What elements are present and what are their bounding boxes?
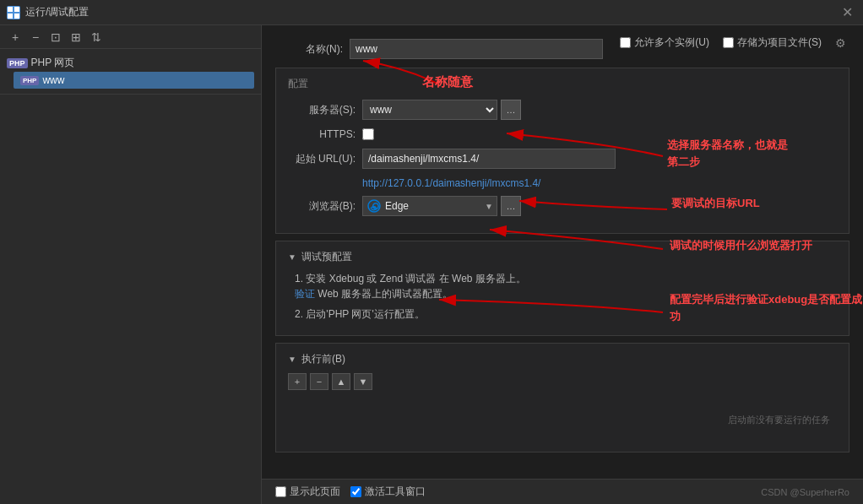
debug-section: ▼ 调试预配置 1. 安装 Xdebug 或 Zend 调试器 在 Web 服务… (275, 241, 849, 336)
start-url-row: 起始 URL(U): (288, 149, 837, 169)
browser-select-display[interactable]: Edge ▼ (362, 196, 497, 216)
title-bar: 运行/调试配置 ✕ (0, 0, 863, 25)
browser-select-value: Edge (385, 200, 481, 212)
debug-section-label: 调试预配置 (301, 250, 352, 264)
app-icon (7, 6, 20, 19)
exec-empty-text: 启动前没有要运行的任务 (288, 397, 837, 443)
name-label: 名称(N): (275, 42, 343, 57)
save-to-file-label: 存储为项目文件(S) (737, 35, 822, 50)
resolved-url-link[interactable]: http://127.0.0.1/daimashenji/lmxcms1.4/ (362, 177, 837, 189)
exec-remove-button[interactable]: − (310, 373, 328, 390)
edge-browser-icon (366, 198, 382, 214)
browser-select-group: Edge ▼ … (362, 196, 521, 216)
main-layout: + − ⊡ ⊞ ⇅ PHP PHP 网页 PHP www 允许多个实例(U) (0, 25, 863, 504)
exec-triangle-icon: ▼ (288, 355, 296, 364)
activate-tool-checkbox[interactable] (350, 486, 361, 497)
right-panel: 允许多个实例(U) 存储为项目文件(S) ⚙ 名称(N): 配置 服务器(S):… (262, 25, 863, 504)
bottom-bar: 显示此页面 激活工具窗口 CSDN @SuperherRo (262, 479, 863, 504)
triangle-icon: ▼ (288, 252, 296, 262)
https-checkbox[interactable] (362, 128, 374, 140)
remove-config-button[interactable]: − (27, 29, 44, 46)
show-page-checkbox[interactable] (275, 486, 286, 497)
title-bar-left: 运行/调试配置 (7, 5, 89, 19)
https-label: HTTPS: (288, 128, 356, 140)
svg-rect-3 (14, 14, 19, 19)
debug-step1-suffix: Web 服务器上的调试器配置。 (315, 288, 453, 300)
config-item-php-icon: PHP (20, 76, 39, 85)
server-row: 服务器(S): www … (288, 100, 837, 120)
debug-section-header: ▼ 调试预配置 (288, 250, 837, 264)
exec-section-label: 执行前(B) (301, 352, 345, 366)
debug-step1-text: 1. 安装 Xdebug 或 Zend 调试器 在 Web 服务器上。 (295, 273, 526, 285)
config-section-header: 配置 (288, 77, 837, 91)
exec-up-button[interactable]: ▲ (332, 373, 350, 390)
gear-icon[interactable]: ⚙ (835, 36, 846, 50)
config-item-www[interactable]: PHP www (14, 72, 254, 89)
browser-dropdown-arrow: ▼ (481, 202, 497, 211)
sidebar-toolbar: + − ⊡ ⊞ ⇅ (0, 25, 261, 49)
server-browse-button[interactable]: … (501, 100, 521, 120)
browser-browse-button[interactable]: … (501, 196, 521, 216)
svg-rect-2 (8, 14, 13, 19)
allow-multiple-row: 允许多个实例(U) (620, 35, 709, 50)
sidebar-section-label: PHP 网页 (31, 56, 75, 70)
debug-step2: 2. 启动'PHP 网页'运行配置。 (295, 306, 837, 322)
exec-down-button[interactable]: ▼ (354, 373, 372, 390)
https-row: HTTPS: (288, 128, 837, 140)
config-item-label: www (42, 74, 64, 86)
browser-label: 浏览器(B): (288, 199, 356, 214)
sidebar-php-section: PHP PHP 网页 PHP www (0, 49, 261, 95)
dialog-title: 运行/调试配置 (25, 5, 89, 19)
bottom-bar-options: 显示此页面 激活工具窗口 (275, 485, 426, 499)
move-config-button[interactable]: ⊞ (68, 29, 84, 46)
show-page-label: 显示此页面 (290, 485, 340, 499)
credit-text: CSDN @SuperherRo (761, 487, 849, 497)
php-icon: PHP (7, 58, 28, 68)
allow-multiple-label: 允许多个实例(U) (634, 35, 709, 50)
debug-step1: 1. 安装 Xdebug 或 Zend 调试器 在 Web 服务器上。 验证 W… (295, 271, 837, 301)
exec-section-header: ▼ 执行前(B) (288, 352, 837, 366)
sidebar-section-header: PHP PHP 网页 (7, 54, 254, 72)
copy-config-button[interactable]: ⊡ (47, 29, 64, 46)
verify-link[interactable]: 验证 (295, 288, 315, 300)
sidebar: + − ⊡ ⊞ ⇅ PHP PHP 网页 PHP www (0, 25, 262, 504)
save-to-file-row: 存储为项目文件(S) (723, 35, 822, 50)
start-url-input[interactable] (362, 149, 616, 169)
exec-add-button[interactable]: + (288, 373, 307, 390)
server-select-group: www … (362, 100, 521, 120)
exec-toolbar: + − ▲ ▼ (288, 373, 837, 390)
top-options: 允许多个实例(U) 存储为项目文件(S) ⚙ (620, 35, 846, 50)
allow-multiple-checkbox[interactable] (620, 37, 631, 48)
sort-config-button[interactable]: ⇅ (88, 29, 105, 46)
svg-rect-0 (8, 7, 13, 12)
name-input[interactable] (350, 39, 603, 59)
activate-tool-label: 激活工具窗口 (365, 485, 426, 499)
start-url-label: 起始 URL(U): (288, 152, 356, 166)
exec-section: ▼ 执行前(B) + − ▲ ▼ 启动前没有要运行的任务 (275, 343, 849, 453)
show-page-row: 显示此页面 (275, 485, 340, 499)
server-select[interactable]: www (362, 100, 497, 120)
activate-tool-row: 激活工具窗口 (350, 485, 426, 499)
config-section: 配置 服务器(S): www … HTTPS: 起始 URL(U): (275, 68, 849, 234)
debug-list: 1. 安装 Xdebug 或 Zend 调试器 在 Web 服务器上。 验证 W… (288, 271, 837, 322)
browser-row: 浏览器(B): Edge ▼ (288, 196, 837, 216)
close-button[interactable]: ✕ (839, 4, 856, 20)
svg-rect-1 (14, 7, 19, 12)
server-label: 服务器(S): (288, 103, 356, 117)
add-config-button[interactable]: + (7, 29, 24, 46)
save-to-file-checkbox[interactable] (723, 37, 734, 48)
